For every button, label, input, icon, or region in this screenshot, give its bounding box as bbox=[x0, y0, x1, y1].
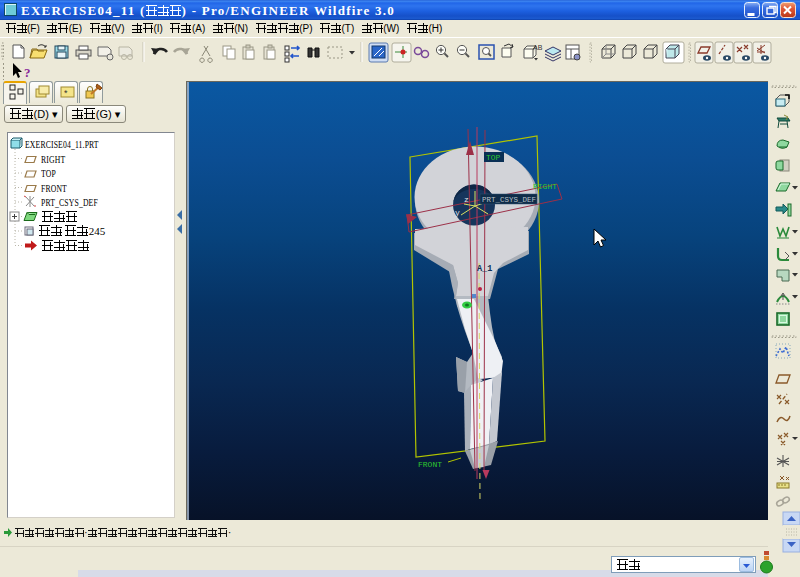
svg-text:?: ? bbox=[24, 65, 31, 80]
svg-text:*: * bbox=[64, 88, 68, 98]
svg-text:PRT_CSYS_DEF: PRT_CSYS_DEF bbox=[482, 196, 536, 204]
svg-text:A_1: A_1 bbox=[477, 264, 492, 274]
svg-text:FRONT: FRONT bbox=[418, 460, 442, 469]
svg-text:z: z bbox=[464, 195, 469, 204]
svg-text:y: y bbox=[455, 208, 460, 217]
svg-text:RIGHT: RIGHT bbox=[533, 182, 557, 191]
svg-text:TOP: TOP bbox=[486, 153, 501, 162]
svg-text:AB: AB bbox=[533, 44, 543, 51]
